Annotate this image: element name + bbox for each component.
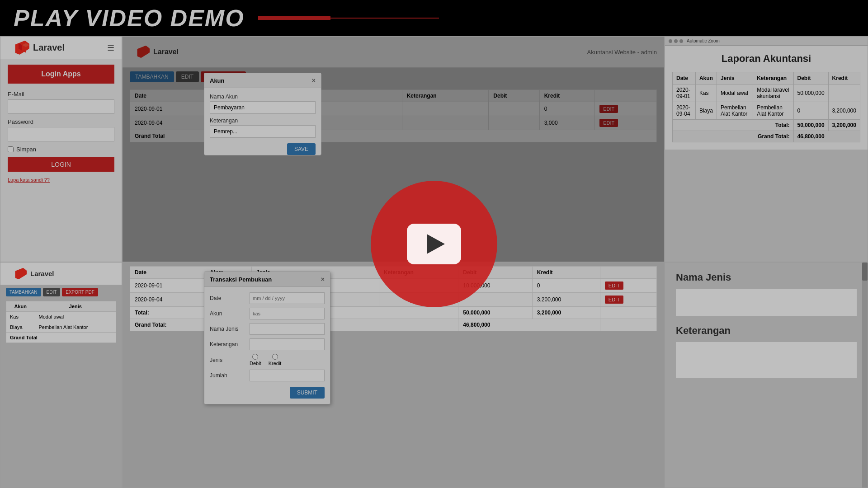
- trans-nama-jenis-label: Nama Jenis: [210, 326, 246, 332]
- rep-col-jenis: Jenis: [717, 72, 753, 84]
- rep-col-akun: Akun: [695, 72, 717, 84]
- trans-footer: SUBMIT: [210, 385, 325, 399]
- trans-modal-body: Date Akun Nama Jenis Keterangan Jenis: [204, 287, 330, 404]
- browser-dot-2: [674, 39, 678, 43]
- trans-akun-field: Akun: [210, 308, 325, 319]
- trans-jumlah-field: Jumlah: [210, 370, 325, 381]
- bl-row-2: Biaya Pembelian Alat Kantor: [6, 322, 116, 333]
- keterangan-input[interactable]: [210, 125, 316, 138]
- trans-debit-radio-item: Debit: [250, 354, 261, 366]
- bl-grand-total: Grand Total: [6, 333, 116, 343]
- nama-akun-input[interactable]: [210, 101, 316, 114]
- trans-nama-jenis-input[interactable]: [250, 323, 325, 335]
- laravel-logo-bl: Laravel: [8, 263, 61, 285]
- trans-jumlah-label: Jumlah: [210, 372, 246, 379]
- bl-navbar: Laravel: [0, 263, 122, 285]
- email-label: E-Mail: [8, 91, 114, 98]
- scrollbar-right[interactable]: [862, 263, 868, 488]
- report-table: Date Akun Jenis Keterangan Debit Kredit …: [672, 72, 860, 142]
- header: PLAY VIDEO DEMO: [0, 0, 868, 36]
- browser-dots: [669, 39, 683, 43]
- akun-modal-body: Nama Akun Keterangan SAVE: [204, 88, 321, 147]
- trans-keterangan-label: Keterangan: [210, 341, 246, 347]
- rep-col-keterangan: Keterangan: [753, 72, 793, 84]
- password-label: Password: [8, 118, 114, 125]
- browser-bar: Automatic Zoom: [665, 37, 868, 46]
- trans-modal-title: Transaksi Pembukuan: [210, 276, 272, 283]
- trans-keterangan-field: Keterangan: [210, 338, 325, 350]
- password-input[interactable]: [8, 127, 114, 141]
- bc-edit-row2[interactable]: EDIT: [605, 296, 623, 304]
- br-keterangan-title: Keterangan: [676, 325, 857, 337]
- br-nama-jenis-input[interactable]: [676, 289, 857, 316]
- rep-col-date: Date: [673, 72, 696, 84]
- bl-table-container: Akun Jenis Kas Modal awal Biaya Pembelia…: [0, 299, 122, 345]
- laravel-logo-login: Laravel: [8, 36, 72, 61]
- akun-modal-header: Akun ×: [204, 73, 321, 88]
- simpan-checkbox[interactable]: [8, 146, 14, 152]
- modal-save-btn[interactable]: SAVE: [287, 143, 316, 155]
- trans-nama-jenis-field: Nama Jenis: [210, 323, 325, 335]
- bl-col-akun: Akun: [6, 301, 35, 312]
- trans-debit-label: Debit: [250, 361, 261, 366]
- trans-jumlah-input[interactable]: [250, 370, 325, 381]
- browser-dot-1: [669, 39, 672, 43]
- trans-date-input[interactable]: [250, 292, 325, 304]
- email-input[interactable]: [8, 99, 114, 114]
- rep-col-kredit: Kredit: [828, 72, 860, 84]
- progress-empty: [330, 18, 439, 19]
- trans-submit-btn[interactable]: SUBMIT: [290, 387, 325, 399]
- play-button-overlay[interactable]: [371, 181, 497, 307]
- browser-dot-3: [679, 39, 683, 43]
- play-inner-box: [407, 224, 461, 264]
- rep-grand-total-row: Grand Total: 46,800,000: [673, 131, 860, 142]
- br-keterangan-input[interactable]: [676, 342, 857, 378]
- trans-kredit-radio-item: Kredit: [269, 354, 282, 366]
- login-apps-button[interactable]: Login Apps: [8, 65, 114, 84]
- report-content: Laporan Akuntansi Date Akun Jenis Ketera…: [665, 46, 868, 150]
- br-nama-jenis-title: Nama Jenis: [676, 272, 857, 283]
- laravel-icon: [15, 41, 29, 55]
- progress-filled: [258, 16, 330, 20]
- trans-date-label: Date: [210, 295, 246, 301]
- play-circle[interactable]: [371, 181, 497, 307]
- trans-modal-close[interactable]: ×: [321, 276, 325, 283]
- keterangan-field: Keterangan: [210, 117, 316, 138]
- bl-export-btn[interactable]: EXPORT PDF: [62, 288, 98, 296]
- trans-jenis-label: Jenis: [210, 357, 246, 363]
- bl-tambahkan-btn[interactable]: TAMBAHKAN: [6, 288, 41, 296]
- rep-col-debit: Debit: [793, 72, 828, 84]
- trans-akun-label: Akun: [210, 310, 246, 317]
- login-submit-btn[interactable]: LOGIN: [8, 157, 114, 172]
- play-triangle-icon: [427, 234, 445, 254]
- progress-bar: [258, 16, 439, 20]
- akun-modal-title: Akun: [210, 77, 225, 84]
- transaction-modal: Transaksi Pembukuan × Date Akun Nama Jen…: [204, 272, 330, 404]
- simpan-row: Simpan: [8, 146, 114, 153]
- bl-btn-group: TAMBAHKAN EDIT EXPORT PDF: [0, 285, 122, 299]
- login-panel: Laravel ☰ Login Apps E-Mail Password Sim…: [0, 36, 122, 262]
- forgot-link[interactable]: Lupa kata sandi ??: [8, 177, 50, 183]
- page-title: PLAY VIDEO DEMO: [14, 5, 245, 32]
- trans-kredit-label: Kredit: [269, 361, 282, 366]
- trans-debit-radio[interactable]: [252, 354, 258, 360]
- trans-modal-header: Transaksi Pembukuan ×: [204, 272, 330, 287]
- laravel-icon-bl: [15, 268, 27, 280]
- login-navbar: Laravel ☰: [0, 37, 122, 59]
- report-panel: Automatic Zoom Laporan Akuntansi Date Ak…: [665, 36, 868, 262]
- hamburger-icon-login[interactable]: ☰: [107, 43, 114, 53]
- trans-akun-input[interactable]: [250, 308, 325, 319]
- trans-date-field: Date: [210, 292, 325, 304]
- trans-kredit-radio[interactable]: [272, 354, 278, 360]
- browser-zoom-label: Automatic Zoom: [687, 38, 720, 43]
- akun-modal: Akun × Nama Akun Keterangan SAVE: [204, 73, 321, 155]
- trans-keterangan-input[interactable]: [250, 338, 325, 350]
- bl-edit-btn[interactable]: EDIT: [43, 288, 61, 296]
- rep-row-1: 2020-09-01 Kas Modal awal Modal laravel …: [673, 84, 860, 102]
- akun-modal-close-btn[interactable]: ×: [312, 77, 316, 84]
- bc-edit-row1[interactable]: EDIT: [605, 282, 623, 290]
- nama-akun-field: Nama Akun: [210, 94, 316, 114]
- keterangan-label: Keterangan: [210, 117, 316, 124]
- br-content: Nama Jenis Keterangan: [665, 263, 868, 396]
- bottom-left-panel: Laravel TAMBAHKAN EDIT EXPORT PDF Akun J…: [0, 262, 122, 488]
